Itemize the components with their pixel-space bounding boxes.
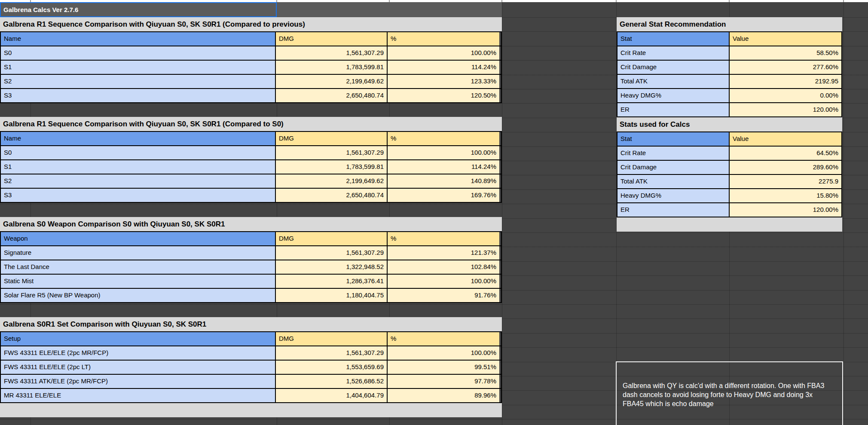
pct-cell[interactable]: 100.00%: [388, 346, 499, 360]
weapon-cell[interactable]: Signature: [1, 246, 276, 260]
table-title[interactable]: General Stat Recommendation: [617, 17, 842, 31]
column-boundary-tick: [501, 0, 502, 2]
column-header-stat[interactable]: Stat: [617, 132, 730, 146]
dmg-cell[interactable]: 1,180,404.75: [276, 289, 388, 302]
dmg-cell[interactable]: 1,322,948.52: [276, 260, 388, 274]
column-header-name[interactable]: Name: [1, 132, 276, 145]
empty-gray-row[interactable]: [0, 403, 502, 417]
value-cell[interactable]: 0.00%: [730, 89, 841, 102]
dmg-cell[interactable]: 2,650,480.74: [276, 89, 388, 102]
setup-cell[interactable]: MR 43311 ELE/ELE: [1, 389, 276, 402]
dmg-cell[interactable]: 1,561,307.29: [276, 46, 388, 60]
dmg-cell[interactable]: 1,526,686.52: [276, 375, 388, 388]
value-cell[interactable]: 120.00%: [730, 203, 841, 217]
weapon-cell[interactable]: Static Mist: [1, 275, 276, 288]
setup-cell[interactable]: FWS 43311 ELE/ELE (2pc LT): [1, 361, 276, 374]
stat-cell[interactable]: Heavy DMG%: [617, 89, 730, 102]
dmg-cell[interactable]: 1,404,604.79: [276, 389, 388, 402]
table-title[interactable]: Galbrena R1 Sequence Comparison with Qiu…: [0, 17, 502, 31]
name-cell[interactable]: S0: [1, 146, 276, 159]
table-row: S3 2,650,480.74 120.50%: [1, 89, 501, 102]
value-cell[interactable]: 58.50%: [730, 46, 841, 60]
table-row: FWS 43311 ELE/ELE (2pc LT) 1,553,659.69 …: [1, 361, 501, 375]
weapon-cell[interactable]: The Last Dance: [1, 260, 276, 274]
stat-cell[interactable]: ER: [617, 203, 730, 217]
column-header-pct[interactable]: %: [388, 332, 499, 346]
column-header-name[interactable]: Name: [1, 32, 276, 46]
dmg-cell[interactable]: 1,561,307.29: [276, 146, 388, 159]
pct-cell[interactable]: 97.78%: [388, 375, 499, 388]
stat-cell[interactable]: Heavy DMG%: [617, 189, 730, 202]
pct-cell[interactable]: 121.37%: [388, 246, 499, 260]
dmg-cell[interactable]: 1,286,376.41: [276, 275, 388, 288]
value-cell[interactable]: 289.60%: [730, 161, 841, 174]
table-title[interactable]: Galbrena R1 Sequence Comparison with Qiu…: [0, 117, 502, 131]
table-title[interactable]: Galbrena S0R1 Set Comparison with Qiuyua…: [0, 317, 502, 331]
table-title[interactable]: Galbrena S0 Weapon Comparison S0 with Qi…: [0, 217, 502, 231]
pct-cell[interactable]: 120.50%: [388, 89, 499, 102]
column-header-dmg[interactable]: DMG: [276, 332, 388, 346]
pct-cell[interactable]: 169.76%: [388, 189, 499, 202]
stat-cell[interactable]: Total ATK: [617, 175, 730, 188]
pct-cell[interactable]: 89.96%: [388, 389, 499, 402]
name-cell[interactable]: S2: [1, 75, 276, 88]
pct-cell[interactable]: 100.00%: [388, 46, 499, 60]
dmg-cell[interactable]: 1,553,659.69: [276, 361, 388, 374]
stat-cell[interactable]: Crit Rate: [617, 46, 730, 60]
stat-cell[interactable]: Crit Rate: [617, 147, 730, 160]
name-cell[interactable]: S2: [1, 174, 276, 188]
name-cell[interactable]: S1: [1, 61, 276, 74]
stat-cell[interactable]: Crit Damage: [617, 161, 730, 174]
dmg-cell[interactable]: 2,650,480.74: [276, 189, 388, 202]
value-cell[interactable]: 64.50%: [730, 147, 841, 160]
table-set-comparison: Galbrena S0R1 Set Comparison with Qiuyua…: [0, 317, 502, 403]
stat-cell[interactable]: Crit Damage: [617, 61, 730, 74]
stat-cell[interactable]: ER: [617, 103, 730, 116]
dmg-cell[interactable]: 1,783,599.81: [276, 160, 388, 174]
pct-cell[interactable]: 99.51%: [388, 361, 499, 374]
column-header-value[interactable]: Value: [730, 32, 841, 46]
column-header-pct[interactable]: %: [388, 232, 499, 245]
selected-version-cell[interactable]: Galbrena Calcs Ver 2.7.6: [0, 2, 277, 17]
column-header-setup[interactable]: Setup: [1, 332, 276, 346]
pct-cell[interactable]: 114.24%: [388, 160, 499, 174]
setup-cell[interactable]: FWS 43311 ELE/ELE (2pc MR/FCP): [1, 346, 276, 360]
value-cell[interactable]: 277.60%: [730, 61, 841, 74]
column-header-dmg[interactable]: DMG: [276, 32, 388, 46]
table-row: S3 2,650,480.74 169.76%: [1, 189, 501, 202]
name-cell[interactable]: S0: [1, 46, 276, 60]
column-header-dmg[interactable]: DMG: [276, 132, 388, 145]
value-cell[interactable]: 120.00%: [730, 103, 841, 116]
pct-cell[interactable]: 91.76%: [388, 289, 499, 302]
column-header-pct[interactable]: %: [388, 132, 499, 145]
dmg-cell[interactable]: 1,783,599.81: [276, 61, 388, 74]
value-cell[interactable]: 15.80%: [730, 189, 841, 202]
note-box[interactable]: Galbrena with QY is calc'd with a differ…: [616, 361, 843, 425]
weapon-cell[interactable]: Solar Flare R5 (New BP Weapon): [1, 289, 276, 302]
name-cell[interactable]: S1: [1, 160, 276, 174]
dmg-cell[interactable]: 2,199,649.62: [276, 174, 388, 188]
column-header-value[interactable]: Value: [730, 132, 841, 146]
value-cell[interactable]: 2192.95: [730, 75, 841, 88]
column-header-dmg[interactable]: DMG: [276, 232, 388, 245]
column-header-weapon[interactable]: Weapon: [1, 232, 276, 245]
table-title[interactable]: Stats used for Calcs: [617, 117, 842, 131]
column-header-stat[interactable]: Stat: [617, 32, 730, 46]
setup-cell[interactable]: FWS 43311 ATK/ELE (2pc MR/FCP): [1, 375, 276, 388]
pct-cell[interactable]: 123.33%: [388, 75, 499, 88]
value-cell[interactable]: 2275.9: [730, 175, 841, 188]
name-cell[interactable]: S3: [1, 189, 276, 202]
stat-cell[interactable]: Total ATK: [617, 75, 730, 88]
column-boundary-tick: [729, 0, 730, 2]
pct-cell[interactable]: 140.89%: [388, 174, 499, 188]
pct-cell[interactable]: 100.00%: [388, 146, 499, 159]
dmg-cell[interactable]: 1,561,307.29: [276, 346, 388, 360]
column-header-pct[interactable]: %: [388, 32, 499, 46]
dmg-cell[interactable]: 1,561,307.29: [276, 246, 388, 260]
pct-cell[interactable]: 100.00%: [388, 275, 499, 288]
empty-gray-row[interactable]: [617, 217, 842, 232]
name-cell[interactable]: S3: [1, 89, 276, 102]
pct-cell[interactable]: 102.84%: [388, 260, 499, 274]
pct-cell[interactable]: 114.24%: [388, 61, 499, 74]
dmg-cell[interactable]: 2,199,649.62: [276, 75, 388, 88]
